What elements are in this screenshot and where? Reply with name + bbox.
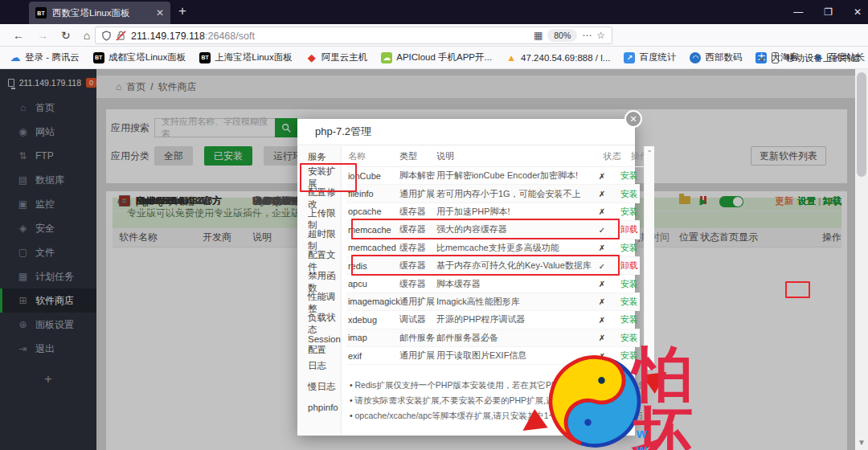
bookmark-favicon: BT <box>199 52 211 63</box>
extension-type: 缓存器 <box>399 278 436 290</box>
bookmark-label: 47.240.54.69:888 / l... <box>521 53 610 63</box>
modal-menu-item[interactable]: phpinfo <box>297 397 341 418</box>
not-installed-icon: ✗ <box>599 280 605 288</box>
annotation-box-install-extension <box>300 163 357 192</box>
extension-desc: 若可用内存小于1G，可能会安装不上 <box>436 188 592 200</box>
page-actions-icon[interactable]: ⋯ <box>582 30 592 41</box>
bookmark-label: 西部数码 <box>705 51 742 63</box>
extension-name: memcached <box>348 243 399 252</box>
scrollbar-down-arrow[interactable]: ▼ <box>858 438 866 447</box>
window-maximize-button[interactable]: ❐ <box>824 6 833 18</box>
qr-extension-icon[interactable]: ▦ <box>534 30 542 41</box>
extension-type: 邮件服务 <box>399 332 436 344</box>
reload-button[interactable]: ↻ <box>61 29 71 42</box>
modal-menu-item[interactable]: 超时限制 <box>297 230 341 251</box>
extension-name: apcu <box>348 279 399 288</box>
url-bar[interactable]: 211.149.179.118:26468/soft ▦ 80% ⋯ ☆ <box>95 27 612 44</box>
tracking-shield-icon[interactable] <box>102 31 111 41</box>
bookmark-favicon: BT <box>93 52 104 63</box>
modal-menu-item[interactable]: 配置文件 <box>297 251 341 272</box>
modal-menu-item[interactable]: 上传限制 <box>297 209 341 230</box>
not-installed-icon: ✗ <box>599 243 605 252</box>
extension-row: exif 通用扩展 用于读取图片EXIF信息 ✗ 安装 <box>346 347 640 365</box>
extension-action-link[interactable]: 卸载 <box>620 260 638 270</box>
tab-close-icon[interactable]: ✕ <box>156 7 164 18</box>
bookmark-label: APICloud 手机APP开... <box>396 51 492 63</box>
bookmark-favicon: ☁ <box>10 52 21 63</box>
extension-row: ionCube 脚本解密 用于解密ionCube Encoder加密脚本! ✗ … <box>346 167 640 185</box>
extension-action-link[interactable]: 安装 <box>620 333 638 342</box>
extension-row: fileinfo 通用扩展 若可用内存小于1G，可能会安装不上 ✗ 安装 <box>346 185 640 202</box>
bookmark-label: 阿里云主机 <box>321 51 368 63</box>
modal-menu-item[interactable]: 禁用函数 <box>297 272 341 292</box>
extension-action-link[interactable]: 卸载 <box>620 224 638 234</box>
bookmark-item[interactable]: ◠ 西部数码 <box>690 51 742 63</box>
modal-table-scrollbar[interactable]: ⌃ ⌄ <box>644 146 654 370</box>
back-button[interactable]: ← <box>13 29 24 42</box>
home-button[interactable]: ⌂ <box>84 29 90 42</box>
modal-menu-item[interactable]: 性能调整 <box>297 292 341 313</box>
bookmarks-overflow-icon[interactable]: » <box>759 52 764 64</box>
mobile-bookmarks-icon <box>772 52 779 63</box>
extension-name: xdebug <box>348 315 399 325</box>
bookmark-item[interactable]: ◆ 阿里云主机 <box>306 51 368 63</box>
bookmark-label: 成都宝塔Linux面板 <box>108 51 186 63</box>
extension-action-link[interactable]: 安装 <box>620 297 638 306</box>
extension-action-link[interactable]: 安装 <box>620 207 638 216</box>
mobile-bookmarks-label[interactable]: 移动设备上的书签 <box>786 52 860 64</box>
bookmark-item[interactable]: ▲ 47.240.54.69:888 / l... <box>506 52 610 63</box>
bookmark-item[interactable]: ☁ APICloud 手机APP开... <box>381 51 492 63</box>
scroll-up-icon[interactable]: ⌃ <box>647 149 653 157</box>
extension-action-link[interactable]: 安装 <box>620 350 638 360</box>
modal-menu-item[interactable]: Session配置 <box>297 334 341 355</box>
bookmarks-bar: ☁ 登录 - 腾讯云 BT 成都宝塔Linux面板 BT 上海宝塔Linux面板… <box>0 47 868 69</box>
extension-type: 调试器 <box>399 313 436 325</box>
scrollbar-thumb[interactable] <box>857 72 866 177</box>
extension-row: xdebug 调试器 开源的PHP程序调试器 ✗ 安装 <box>346 311 640 329</box>
modal-menu-item[interactable]: 负载状态 <box>297 313 341 334</box>
bt-panel-page: 211.149.179.118 0 ⌂ 首页 ◉ 网站 ⇅ <box>0 69 868 450</box>
extension-name: opcache <box>348 207 399 216</box>
extension-row: apcu 缓存器 脚本缓存器 ✗ 安装 <box>346 275 640 292</box>
zoom-level-badge[interactable]: 80% <box>547 29 577 42</box>
modal-menu-item[interactable]: 慢日志 <box>297 376 341 397</box>
new-tab-button[interactable]: + <box>178 3 186 19</box>
window-minimize-button[interactable]: — <box>793 6 803 18</box>
bookmark-favicon: ◠ <box>690 52 701 63</box>
extension-type: 通用扩展 <box>399 350 436 362</box>
bookmark-label: 百度统计 <box>639 51 676 63</box>
extension-desc: 用于加速PHP脚本! <box>436 206 592 218</box>
not-installed-icon: ✗ <box>599 316 605 325</box>
insecure-lock-icon[interactable] <box>116 31 126 41</box>
page-scrollbar[interactable]: ▼ <box>855 69 868 450</box>
bookmark-item[interactable]: ↗ 百度统计 <box>624 51 676 63</box>
extension-name: imap <box>348 333 399 342</box>
bookmark-item[interactable]: ☁ 登录 - 腾讯云 <box>10 51 80 63</box>
extension-action-link[interactable]: 安装 <box>620 314 638 324</box>
modal-menu-item[interactable]: 日志 <box>297 355 341 376</box>
extension-name: exif <box>348 351 399 361</box>
bookmark-item[interactable]: BT 成都宝塔Linux面板 <box>93 51 186 63</box>
extension-action-link[interactable]: 安装 <box>620 243 638 252</box>
annotation-box-memcache-row <box>351 219 620 239</box>
tab-title: 西数宝塔Linux面板 <box>52 7 150 19</box>
bookmark-star-icon[interactable]: ☆ <box>596 30 605 41</box>
browser-navbar: ← → ↻ ⌂ 211.149.179.118:26468/soft ▦ 80%… <box>0 24 868 47</box>
extension-action-link[interactable]: 安装 <box>620 279 638 288</box>
not-installed-icon: ✗ <box>599 297 605 306</box>
browser-tab[interactable]: BT 西数宝塔Linux面板 ✕ <box>29 2 170 24</box>
col-ext-desc: 说明 <box>436 150 602 162</box>
scroll-down-icon[interactable]: ⌄ <box>647 359 653 366</box>
forward-button[interactable]: → <box>37 29 48 42</box>
bookmark-item[interactable]: BT 上海宝塔Linux面板 <box>199 51 293 63</box>
col-ext-type: 类型 <box>399 150 436 162</box>
bookmark-favicon: ↗ <box>624 52 635 63</box>
bookmark-favicon: ☁ <box>381 52 392 63</box>
extension-type: 通用扩展 <box>399 188 436 200</box>
extension-action-link[interactable]: 安装 <box>620 170 638 180</box>
modal-close-button[interactable]: ✕ <box>624 110 642 128</box>
extension-action-link[interactable]: 安装 <box>620 189 638 198</box>
extension-type: 缓存器 <box>399 206 436 218</box>
window-close-button[interactable]: ✕ <box>854 6 862 18</box>
extension-desc: 脚本缓存器 <box>436 278 592 290</box>
